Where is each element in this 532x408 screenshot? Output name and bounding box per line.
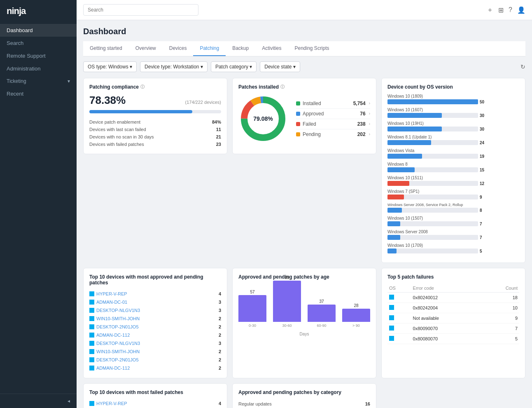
help-icon[interactable]: ? <box>509 6 512 14</box>
chevron-right-icon-4[interactable]: › <box>369 132 370 136</box>
donut-center-label: 79.08% <box>253 115 273 122</box>
tab-backup[interactable]: Backup <box>226 41 255 56</box>
info-icon[interactable]: ⓘ <box>140 84 145 90</box>
approved-device-row: HYPER-V-REP4 <box>89 290 221 298</box>
approved-device-row: DESKTOP-NLGV1N33 <box>89 306 221 314</box>
bar-gt-90: 28 > 90 <box>342 303 370 328</box>
compliance-bar-fill <box>89 110 192 113</box>
top-failed-card: Top 10 devices with most failed patches … <box>83 383 227 408</box>
patches-by-age-card: Approved and pending patches by age 57 0… <box>232 268 376 378</box>
content-area: Dashboard Getting started Overview Devic… <box>77 20 532 408</box>
tab-patching[interactable]: Patching <box>193 41 226 56</box>
tab-overview[interactable]: Overview <box>129 41 163 56</box>
windows-icon <box>389 336 394 341</box>
tab-pending-scripts[interactable]: Pending Scripts <box>288 41 336 56</box>
compliance-bar-bg <box>89 110 221 113</box>
approved-device-row: ADMAN-DC-013 <box>89 298 221 306</box>
os-row-11: Windows Server 2008 7 <box>387 230 519 240</box>
refresh-icon[interactable]: ↻ <box>520 63 525 70</box>
patches-by-category-card: Approved and pending patches by category… <box>232 383 376 408</box>
windows-icon <box>89 308 94 313</box>
approved-device-row: DESKTOP-NLGV1N33 <box>89 339 221 347</box>
os-bar-list: Windows 10 (1809) 50 Windows 10 (1607) <box>387 94 519 253</box>
failures-header-count: Count <box>482 284 519 293</box>
chevron-right-icon[interactable]: › <box>369 101 370 106</box>
tab-getting-started[interactable]: Getting started <box>83 41 129 56</box>
logo-text: ninja <box>7 6 26 16</box>
sidebar-item-search[interactable]: Search <box>0 37 77 49</box>
os-row-3: Windows 10 (19H1) 30 <box>387 121 519 131</box>
tab-activities[interactable]: Activities <box>255 41 288 56</box>
patches-by-age-title: Approved and pending patches by age <box>238 274 370 280</box>
compliance-subtitle: (174/222 devices) <box>185 100 221 105</box>
chart-x-axis-label: Days <box>238 332 370 336</box>
compliance-title: Patching compliance ⓘ <box>89 84 221 90</box>
windows-icon <box>89 291 94 296</box>
sidebar-item-remote-support[interactable]: Remote Support <box>0 49 77 62</box>
sidebar-item-administration[interactable]: Administration <box>0 62 77 75</box>
filter-device-state[interactable]: Device state ▾ <box>260 61 300 72</box>
legend-approved: Approved 76 › <box>296 109 370 119</box>
filter-patch-category[interactable]: Patch category ▾ <box>211 61 257 72</box>
compliance-percentage: 78.38% <box>89 94 126 107</box>
windows-icon <box>389 295 394 300</box>
top-failed-list: HYPER-V-REP4 ADMAN-DC-013 DESKTOP-NLGV1N… <box>89 399 221 408</box>
topbar: ＋ ⊞ ? 👤 <box>77 0 532 20</box>
approved-dot <box>296 112 300 116</box>
approved-device-row: ADMAN-DC-1122 <box>89 364 221 372</box>
failure-row: Not available 9 <box>387 313 519 324</box>
filter-bar: OS type: Windows ▾ Device type: Workstat… <box>83 61 525 72</box>
sidebar-item-recent[interactable]: Recent <box>0 87 77 100</box>
top-approved-card: Top 10 devices with most approved and pe… <box>83 268 227 378</box>
os-row-5: Windows Vista 19 <box>387 148 519 159</box>
bar-60-90: 37 60-90 <box>308 299 336 328</box>
sidebar-item-ticketing[interactable]: Ticketing ▾ <box>0 75 77 87</box>
sidebar-collapse-button[interactable]: ◂ <box>0 394 77 408</box>
windows-icon <box>89 366 94 370</box>
failures-table: OS Error code Count 0x80240012 18 <box>387 284 519 344</box>
windows-icon <box>89 401 94 406</box>
windows-icon <box>89 316 94 321</box>
failure-row: 0x80242004 10 <box>387 303 519 313</box>
installed-dot <box>296 101 300 106</box>
windows-icon <box>389 326 394 331</box>
filter-device-type[interactable]: Device type: Workstation ▾ <box>140 61 208 72</box>
os-row-10: Windows 10 (1507) 7 <box>387 216 519 226</box>
windows-icon <box>89 300 94 305</box>
patch-failures-title: Top 5 patch failures <box>387 274 519 280</box>
failures-header-os: OS <box>387 284 411 293</box>
category-row: Regular updates16 <box>238 399 370 408</box>
grid-icon[interactable]: ⊞ <box>498 6 504 14</box>
app-logo: ninja <box>0 0 77 22</box>
windows-icon <box>389 305 394 310</box>
patch-failures-card: Top 5 patch failures OS Error code Count <box>381 268 525 378</box>
os-row-4: Windows 8.1 (Update 1) 24 <box>387 135 519 145</box>
search-input[interactable] <box>83 4 198 16</box>
compliance-row-1: Device patch enablement 84% <box>89 118 221 126</box>
os-row-7: Windows 10 (1511) 12 <box>387 176 519 186</box>
os-row-6: Windows 8 15 <box>387 162 519 172</box>
patches-info-icon[interactable]: ⓘ <box>280 84 285 90</box>
tab-devices[interactable]: Devices <box>163 41 194 56</box>
bar-0-30: 57 0-30 <box>238 290 266 328</box>
legend-pending: Pending 202 › <box>296 129 370 139</box>
sidebar-item-dashboard[interactable]: Dashboard <box>0 24 77 37</box>
user-icon[interactable]: 👤 <box>517 6 525 14</box>
compliance-row-3: Devices with no scan in 30 days 21 <box>89 133 221 141</box>
compliance-row-4: Devices with failed patches 23 <box>89 141 221 148</box>
failed-dot <box>296 122 300 126</box>
chevron-right-icon-2[interactable]: › <box>369 111 370 116</box>
topbar-actions: ＋ ⊞ ? 👤 <box>487 6 525 14</box>
legend-failed: Failed 238 › <box>296 119 370 129</box>
os-row-9: Windows Server 2008, Service Pack 2, Rol… <box>387 203 519 213</box>
chevron-right-icon-3[interactable]: › <box>369 122 370 126</box>
top-approved-list: HYPER-V-REP4 ADMAN-DC-013 DESKTOP-NLGV1N… <box>89 290 221 372</box>
page-title: Dashboard <box>83 27 525 36</box>
add-icon[interactable]: ＋ <box>487 6 493 14</box>
os-row-8: Windows 7 (SP1) 9 <box>387 189 519 199</box>
filter-os-type[interactable]: OS type: Windows ▾ <box>83 61 137 72</box>
sidebar: ninja Dashboard Search Remote Support Ad… <box>0 0 77 408</box>
approved-device-row: WIN10-SMITH-JOHN2 <box>89 347 221 356</box>
patches-installed-title: Patches installed ⓘ <box>238 84 370 90</box>
approved-device-row: WIN10-SMITH-JOHN2 <box>89 314 221 323</box>
